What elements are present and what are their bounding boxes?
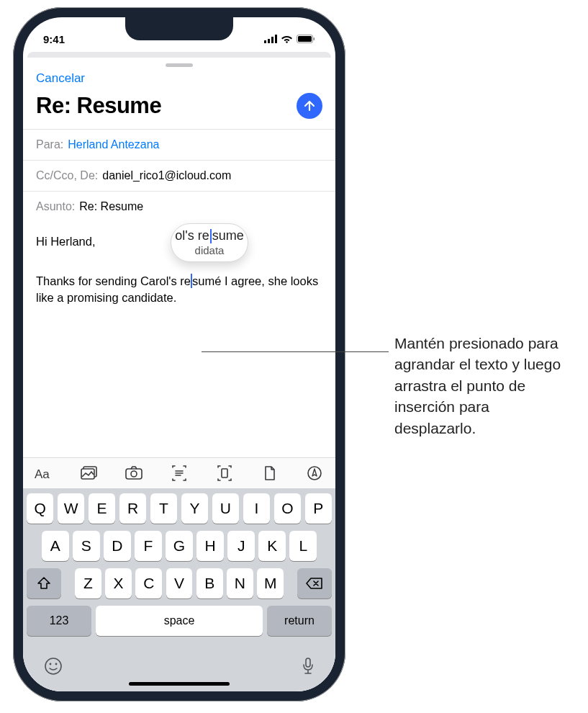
- key-j[interactable]: J: [227, 531, 255, 561]
- loupe-cursor: [210, 229, 212, 243]
- cc-from-field[interactable]: Cc/Cco, De: daniel_rico1@icloud.com: [23, 160, 335, 191]
- cellular-icon: [264, 35, 277, 43]
- key-c[interactable]: C: [135, 568, 162, 598]
- return-key[interactable]: return: [267, 606, 332, 636]
- svg-point-16: [50, 663, 52, 665]
- subject-label: Asunto:: [36, 200, 75, 213]
- format-icon[interactable]: Aa: [35, 465, 53, 481]
- svg-point-12: [131, 471, 137, 477]
- keyboard: QWERTYUIOP ASDFGHJKL ZXCVBNM 123 space: [23, 488, 335, 646]
- key-p[interactable]: P: [305, 493, 332, 524]
- keyboard-row-1: QWERTYUIOP: [27, 493, 332, 524]
- keyboard-row-2: ASDFGHJKL: [27, 531, 332, 561]
- key-s[interactable]: S: [73, 531, 100, 561]
- key-v[interactable]: V: [166, 568, 193, 598]
- svg-rect-7: [314, 37, 315, 40]
- key-z[interactable]: Z: [75, 568, 101, 598]
- key-y[interactable]: Y: [181, 493, 208, 524]
- space-key[interactable]: space: [96, 606, 263, 636]
- key-w[interactable]: W: [58, 493, 84, 524]
- scan-doc-icon[interactable]: [215, 465, 234, 481]
- iphone-frame: 9:41 Cancelar Re: Resume Para: Herla: [13, 7, 345, 701]
- svg-text:Aa: Aa: [35, 467, 50, 481]
- key-t[interactable]: T: [150, 493, 177, 524]
- svg-rect-11: [126, 469, 142, 479]
- key-a[interactable]: A: [42, 531, 69, 561]
- send-button[interactable]: [297, 93, 322, 119]
- live-text-icon[interactable]: [170, 465, 189, 481]
- backspace-key[interactable]: [297, 568, 332, 598]
- markup-icon[interactable]: [305, 465, 324, 481]
- wifi-icon: [281, 35, 293, 43]
- home-indicator[interactable]: [129, 682, 230, 686]
- key-l[interactable]: L: [289, 531, 317, 561]
- key-b[interactable]: B: [196, 568, 223, 598]
- key-g[interactable]: G: [166, 531, 193, 561]
- shift-icon: [37, 577, 51, 590]
- key-o[interactable]: O: [274, 493, 301, 524]
- keyboard-toolbar: Aa: [23, 457, 335, 488]
- keyboard-row-4: 123 space return: [27, 606, 332, 636]
- compose-title: Re: Resume: [36, 93, 161, 119]
- key-k[interactable]: K: [258, 531, 286, 561]
- svg-point-17: [55, 663, 58, 665]
- battery-icon: [297, 35, 315, 43]
- status-time: 9:41: [43, 33, 65, 45]
- key-d[interactable]: D: [104, 531, 131, 561]
- numbers-key[interactable]: 123: [27, 606, 91, 636]
- svg-point-15: [45, 658, 61, 674]
- key-q[interactable]: Q: [27, 493, 53, 524]
- key-h[interactable]: H: [196, 531, 224, 561]
- status-indicators: [264, 35, 315, 43]
- compose-sheet: Cancelar Re: Resume Para: Herland Anteza…: [23, 58, 335, 691]
- arrow-up-icon: [303, 99, 316, 112]
- sheet-grabber[interactable]: [166, 63, 193, 67]
- to-recipient[interactable]: Herland Antezana: [68, 138, 159, 151]
- svg-rect-0: [264, 40, 266, 43]
- key-r[interactable]: R: [119, 493, 146, 524]
- cancel-button[interactable]: Cancelar: [36, 71, 85, 85]
- svg-rect-3: [275, 35, 277, 43]
- subject-value: Re: Resume: [79, 200, 143, 213]
- message-body[interactable]: Hi Herland, Thanks for sending Carol's r…: [23, 222, 335, 457]
- key-m[interactable]: M: [257, 568, 284, 598]
- svg-point-4: [286, 41, 288, 43]
- subject-field[interactable]: Asunto: Re: Resume: [23, 191, 335, 222]
- emoji-key[interactable]: [43, 656, 63, 676]
- attach-file-icon[interactable]: [260, 465, 279, 481]
- keyboard-bottom-row: [23, 646, 335, 678]
- callout-leader-line: [202, 351, 389, 352]
- key-f[interactable]: F: [135, 531, 162, 561]
- sheet-background-peek: [27, 52, 331, 58]
- camera-icon[interactable]: [125, 465, 143, 481]
- to-field[interactable]: Para: Herland Antezana: [23, 129, 335, 160]
- backspace-icon: [306, 577, 323, 590]
- dictation-key[interactable]: [301, 656, 315, 676]
- from-value: daniel_rico1@icloud.com: [102, 169, 231, 182]
- callout-text: Mantén presionado para agrandar el texto…: [394, 333, 574, 439]
- screen: 9:41 Cancelar Re: Resume Para: Herla: [23, 17, 335, 691]
- cc-label: Cc/Cco, De:: [36, 169, 98, 182]
- keyboard-row-3: ZXCVBNM: [27, 568, 332, 598]
- key-x[interactable]: X: [105, 568, 132, 598]
- svg-rect-18: [306, 658, 310, 667]
- svg-rect-1: [268, 39, 270, 43]
- to-label: Para:: [36, 138, 63, 151]
- home-indicator-area: [23, 678, 335, 691]
- key-u[interactable]: U: [212, 493, 239, 524]
- text-magnifier-loupe: ol's resume didata: [171, 223, 248, 262]
- key-n[interactable]: N: [227, 568, 253, 598]
- notch: [125, 17, 233, 40]
- svg-rect-13: [222, 469, 227, 477]
- svg-rect-2: [271, 37, 273, 43]
- key-i[interactable]: I: [243, 493, 270, 524]
- key-e[interactable]: E: [89, 493, 115, 524]
- shift-key[interactable]: [27, 568, 61, 598]
- body-paragraph: Thanks for sending Carol's resumé I agre…: [36, 273, 322, 306]
- photos-icon[interactable]: [80, 465, 99, 481]
- svg-rect-6: [298, 36, 312, 42]
